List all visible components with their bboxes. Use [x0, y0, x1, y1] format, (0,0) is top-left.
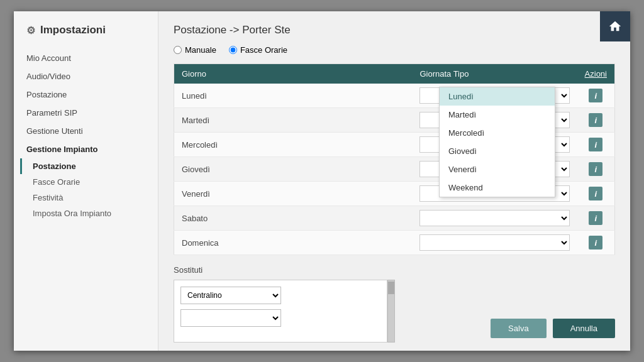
sidebar-item-gestione-utenti[interactable]: Gestione Utenti	[14, 122, 158, 140]
radio-manuale[interactable]: Manuale	[174, 45, 216, 55]
sidebar-subnav: Postazione Fasce Orarie Festività Impost…	[14, 158, 158, 221]
annulla-button[interactable]: Annulla	[553, 319, 615, 338]
type-domenica[interactable]	[412, 231, 577, 255]
home-icon	[608, 19, 622, 33]
info-btn-lunedi[interactable]: i	[589, 89, 602, 102]
action-sabato: i	[577, 206, 615, 231]
action-mercoledi: i	[577, 133, 615, 157]
action-giovedi: i	[577, 157, 615, 182]
info-btn-mercoledi[interactable]: i	[589, 138, 602, 151]
info-btn-sabato[interactable]: i	[589, 211, 602, 225]
sidebar-item-postazione[interactable]: Postazione	[14, 85, 158, 104]
info-btn-venerdi[interactable]: i	[589, 187, 602, 200]
select-sabato[interactable]	[419, 210, 569, 226]
salva-button[interactable]: Salva	[491, 319, 547, 338]
sidebar: ⚙ Impostazioni Mio Account Audio/Video P…	[14, 11, 158, 351]
home-button[interactable]	[600, 11, 630, 41]
dropdown-item-lunedi[interactable]: Lunedì	[440, 87, 555, 106]
info-btn-domenica[interactable]: i	[589, 236, 602, 250]
sidebar-item-parametri-sip[interactable]: Parametri SIP	[14, 104, 158, 122]
action-lunedi: i	[577, 84, 615, 108]
radio-manuale-input[interactable]	[174, 46, 182, 54]
action-domenica: i	[577, 231, 615, 255]
dropdown-item-venerdi[interactable]: Venerdì	[440, 160, 555, 178]
day-lunedi: Lunedì	[174, 84, 413, 108]
scrollbar[interactable]	[387, 280, 395, 343]
type-sabato[interactable]	[412, 206, 577, 231]
day-mercoledi: Mercoledì	[174, 133, 413, 157]
table-row: Sabato i	[174, 206, 615, 231]
sostituti-label: Sostituti	[174, 265, 615, 275]
action-martedi: i	[577, 108, 615, 133]
dropdown-item-weekend[interactable]: Weekend	[440, 178, 555, 197]
radio-manuale-label: Manuale	[185, 45, 216, 55]
sidebar-header: ⚙ Impostazioni	[14, 24, 158, 49]
gear-icon: ⚙	[26, 25, 35, 36]
sub-item-imposta-ora[interactable]: Imposta Ora Impianto	[20, 206, 158, 221]
page-title: Postazione -> Porter Ste	[174, 24, 615, 36]
day-martedi: Martedì	[174, 108, 413, 133]
radio-group: Manuale Fasce Orarie	[174, 45, 615, 55]
col-azioni[interactable]: Azioni	[577, 64, 615, 84]
sostituti-scroll: Centralino	[174, 280, 387, 343]
day-type-dropdown[interactable]: Lunedì Martedì Mercoledì Giovedì Venerdì…	[439, 87, 555, 197]
action-venerdi: i	[577, 182, 615, 206]
select-domenica[interactable]	[419, 234, 569, 251]
col-giorno: Giorno	[174, 64, 413, 84]
day-venerdi: Venerdì	[174, 182, 413, 206]
info-btn-martedi[interactable]: i	[589, 113, 602, 127]
sostituti-select1[interactable]: Centralino	[180, 287, 281, 304]
dropdown-item-martedi[interactable]: Martedì	[440, 106, 555, 124]
table-row: Domenica i	[174, 231, 615, 255]
sidebar-item-gestione-impianto[interactable]: Gestione Impianto	[14, 140, 158, 158]
day-domenica: Domenica	[174, 231, 413, 255]
dropdown-item-giovedi[interactable]: Giovedì	[440, 142, 555, 160]
sub-item-postazione[interactable]: Postazione	[20, 158, 158, 174]
sostituti-select2[interactable]	[180, 309, 281, 327]
radio-fasce-input[interactable]	[229, 46, 237, 54]
sub-item-fasce-orarie[interactable]: Fasce Orarie	[20, 174, 158, 190]
main-content: Postazione -> Porter Ste Manuale Fasce O…	[158, 11, 630, 351]
radio-fasce[interactable]: Fasce Orarie	[229, 45, 287, 55]
dropdown-item-mercoledi[interactable]: Mercoledì	[440, 124, 555, 142]
scrollbar-thumb	[388, 282, 394, 294]
app-window: ⚙ Impostazioni Mio Account Audio/Video P…	[14, 11, 630, 351]
sub-item-festivita[interactable]: Festività	[20, 190, 158, 206]
table-container: Giorno Giornata Tipo Azioni Lunedì	[174, 63, 615, 255]
day-giovedi: Giovedì	[174, 157, 413, 182]
bottom-actions: Salva Annulla	[491, 319, 615, 338]
day-sabato: Sabato	[174, 206, 413, 231]
sidebar-nav: Mio Account Audio/Video Postazione Param…	[14, 49, 158, 158]
col-tipo: Giornata Tipo	[412, 64, 577, 84]
info-btn-giovedi[interactable]: i	[589, 162, 602, 176]
radio-fasce-label: Fasce Orarie	[240, 45, 287, 55]
sidebar-item-mio-account[interactable]: Mio Account	[14, 49, 158, 67]
sidebar-item-audio-video[interactable]: Audio/Video	[14, 67, 158, 85]
sidebar-title: Impostazioni	[40, 24, 106, 36]
